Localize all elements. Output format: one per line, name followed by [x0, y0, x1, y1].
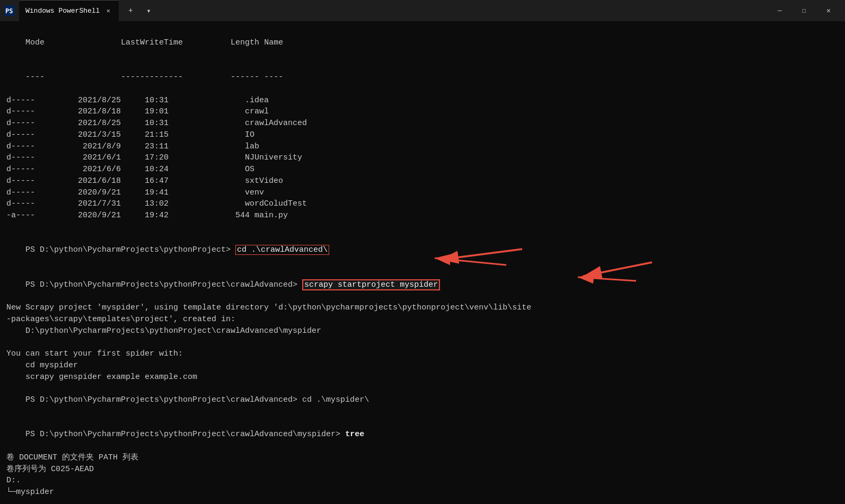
- cmd-scrapy-startproject: scrapy startproject myspider: [302, 279, 440, 290]
- tree-output-4: └─myspider: [6, 487, 839, 498]
- scrapy-output-4: You can start your first spider with:: [6, 348, 839, 360]
- prompt-line-2: PS D:\python\PycharmProjects\pythonProje…: [6, 268, 839, 302]
- dir-entry-5: d----- 2021/6/1 17:20 NJUniversity: [6, 152, 839, 164]
- dir-header: Mode LastWriteTime Length Name: [6, 25, 839, 60]
- prompt-1: PS D:\python\PycharmProjects\pythonProje…: [25, 245, 235, 254]
- dir-entry-3: d----- 2021/3/15 21:15 IO: [6, 129, 839, 141]
- dir-entry-6: d----- 2021/6/6 10:24 OS: [6, 164, 839, 175]
- svg-text:PS: PS: [5, 7, 13, 15]
- close-button[interactable]: ✕: [816, 0, 841, 21]
- dropdown-button[interactable]: ▾: [141, 3, 156, 18]
- mode-col-header: Mode: [25, 38, 45, 47]
- prompt-2: PS D:\python\PycharmProjects\pythonProje…: [25, 280, 302, 289]
- prompt-4: PS D:\python\PycharmProjects\pythonProje…: [25, 430, 345, 439]
- dir-entry-4: d----- 2021/8/9 23:11 lab: [6, 141, 839, 153]
- dir-entry-2: d----- 2021/8/25 10:31 crawlAdvanced: [6, 118, 839, 129]
- new-tab-button[interactable]: +: [123, 3, 138, 18]
- minimize-button[interactable]: ─: [768, 0, 792, 21]
- dir-entry-10: -a---- 2020/9/21 19:42 544 main.py: [6, 210, 839, 222]
- dir-entry-9: d----- 2021/7/31 13:02 wordColudTest: [6, 198, 839, 210]
- dir-entry-7: d----- 2021/6/18 16:47 sxtVideo: [6, 175, 839, 187]
- dir-entry-1: d----- 2021/8/18 19:01 crawl: [6, 106, 839, 118]
- tree-output-1: 卷 DOCUMENT 的文件夹 PATH 列表: [6, 452, 839, 464]
- tree-output-3: D:.: [6, 475, 839, 487]
- terminal-window[interactable]: Mode LastWriteTime Length Name ---- ----…: [0, 21, 845, 504]
- cmd-tree: tree: [345, 430, 364, 439]
- dir-entry-0: d----- 2021/8/25 10:31 .idea: [6, 95, 839, 107]
- scrapy-output-6: scrapy genspider example example.com: [6, 372, 839, 383]
- blank-line-2: [6, 337, 839, 348]
- dir-entry-8: d----- 2020/9/21 19:41 venv: [6, 187, 839, 199]
- scrapy-output-3: D:\python\PycharmProjects\pythonProject\…: [6, 325, 839, 337]
- length-col-header: Length: [231, 38, 259, 47]
- prompt-line-3: PS D:\python\PycharmProjects\pythonProje…: [6, 383, 839, 417]
- lastwrite-col-header: LastWriteTime: [121, 38, 183, 47]
- cmd-cd-crawladvanced: cd .\crawlAdvanced\: [235, 245, 329, 255]
- window-controls: ─ ☐ ✕: [768, 0, 841, 21]
- close-tab-button[interactable]: ✕: [104, 7, 112, 15]
- scrapy-output-5: cd myspider: [6, 360, 839, 372]
- dir-header-sep: ---- ------------- ------ ----: [6, 60, 839, 94]
- tab-label: Windows PowerShell: [25, 7, 100, 15]
- prompt-3: PS D:\python\PycharmProjects\pythonProje…: [25, 395, 302, 404]
- prompt-line-4: PS D:\python\PycharmProjects\pythonProje…: [6, 418, 839, 452]
- tree-output-2: 卷序列号为 C025-AEAD: [6, 464, 839, 475]
- titlebar-actions: + ▾: [123, 3, 156, 18]
- scrapy-output-2: -packages\scrapy\templates\project', cre…: [6, 314, 839, 325]
- powershell-icon: PS: [4, 5, 15, 16]
- active-tab[interactable]: Windows PowerShell ✕: [19, 0, 119, 21]
- maximize-button[interactable]: ☐: [792, 0, 816, 21]
- name-col-header: Name: [264, 38, 283, 47]
- cmd-cd-myspider: cd .\myspider\: [302, 395, 369, 404]
- prompt-line-1: PS D:\python\PycharmProjects\pythonProje…: [6, 233, 839, 268]
- blank-line-1: [6, 222, 839, 233]
- scrapy-output-1: New Scrapy project 'myspider', using tem…: [6, 302, 839, 314]
- titlebar: PS Windows PowerShell ✕ + ▾ ─ ☐ ✕: [0, 0, 845, 21]
